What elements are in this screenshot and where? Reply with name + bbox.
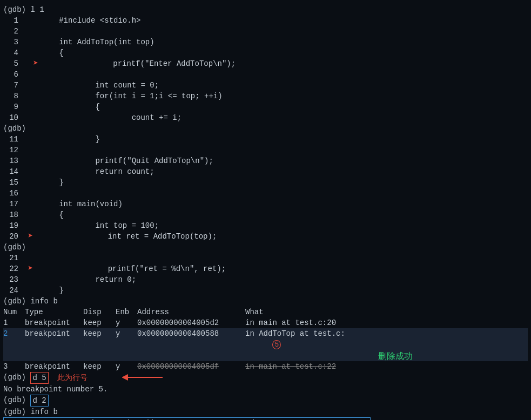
arrow-20: ➤ [23, 231, 35, 242]
code-line-24: 24 } [3, 285, 528, 296]
arrow-5: ➤ [23, 58, 41, 69]
code-line-23: 23 return 0; [3, 274, 528, 285]
gdb-d2-line: (gdb) d 2 [3, 395, 528, 407]
code-line-5: 5 ➤ printf("Enter AddToTop\n"); [3, 58, 528, 69]
no-bp-msg: No breakpoint number 5. [3, 384, 528, 395]
breakpoint-row-1: 1 breakpoint keep y 0x00000000004005d2 i… [3, 317, 528, 328]
code-line-17: 17 int main(void) [3, 199, 528, 209]
code-line-18: 18 { [3, 209, 528, 220]
breakpoint-row-3: 3 breakpoint keep y 0x00000000004005df i… [3, 361, 528, 372]
d2-cmd-box: d 2 [30, 395, 48, 407]
table-header-2: Num Type Disp Enb Address What [4, 418, 370, 420]
code-line-15: 15 } [3, 177, 528, 188]
annotation-arrow [122, 372, 165, 383]
code-line-7: 7 int count = 0; [3, 80, 528, 91]
breakpoint-row-2: 2 breakpoint keep y 0x0000000000400588 i… [3, 328, 528, 361]
code-line-6: 6 [3, 69, 528, 80]
gdb-d5-line: (gdb) d 5 此为行号 [3, 372, 528, 384]
table-header: Num Type Disp Enb Address What [3, 307, 528, 317]
annotation-d5: 此为行号 [57, 372, 88, 383]
code-line-12: 12 [3, 145, 528, 155]
code-line-2: 2 [3, 26, 528, 37]
code-line-22: 22 ➤ printf("ret = %d\n", ret); [3, 263, 528, 274]
gdb-infob-cmd: (gdb) info b [3, 296, 528, 307]
gdb-infob2-cmd: (gdb) info b [3, 407, 528, 417]
code-line-10: 10 count += i; [3, 112, 528, 123]
terminal: (gdb) l 1 1 #include <stdio.h> 2 3 int A… [0, 0, 531, 420]
gdb-prompt-1: (gdb) [3, 123, 528, 134]
code-line-9: 9 { [3, 101, 528, 112]
code-line-1: 1 #include <stdio.h> [3, 15, 528, 26]
code-line-13: 13 printf("Quit AddToTop\n"); [3, 155, 528, 166]
arrow-22: ➤ [23, 263, 35, 274]
circle-5: 5 [272, 340, 281, 349]
gdb-list-cmd: (gdb) l 1 [3, 4, 528, 15]
code-line-11: 11 } [3, 134, 528, 145]
del-success-annotation: 删除成功 [378, 351, 413, 362]
code-line-21: 21 [3, 253, 528, 263]
code-line-8: 8 for(int i = 1;i <= top; ++i) [3, 91, 528, 101]
second-table: Num Type Disp Enb Address What 1 breakpo… [3, 417, 371, 420]
code-line-16: 16 [3, 188, 528, 199]
code-line-14: 14 return count; [3, 166, 528, 177]
code-line-19: 19 int top = 100; [3, 220, 528, 231]
d5-cmd-box: d 5 [30, 372, 48, 384]
code-line-4: 4 { [3, 48, 528, 58]
gdb-prompt-2: (gdb) [3, 242, 528, 253]
code-line-3: 3 int AddToTop(int top) [3, 37, 528, 48]
code-line-20: 20 ➤ int ret = AddToTop(top); [3, 231, 528, 242]
